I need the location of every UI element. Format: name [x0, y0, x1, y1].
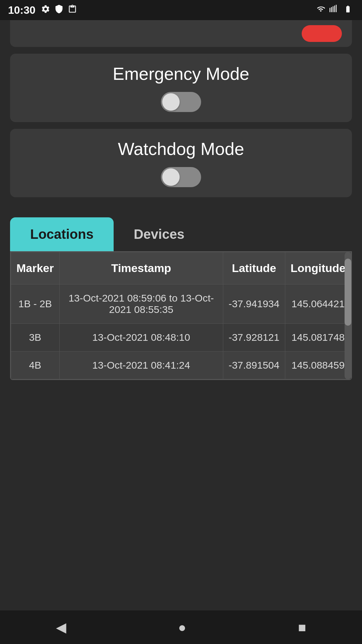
clipboard-icon — [68, 4, 77, 16]
recent-button[interactable]: ■ — [298, 620, 306, 635]
back-icon: ◀ — [56, 620, 66, 635]
emergency-mode-title: Emergency Mode — [113, 64, 249, 84]
cell-marker: 1B - 2B — [11, 284, 60, 324]
table-row: 3B13-Oct-2021 08:48:10-37.928121145.0817… — [11, 324, 351, 352]
watchdog-mode-toggle[interactable] — [161, 167, 201, 187]
status-icons — [41, 4, 77, 16]
cell-timestamp: 13-Oct-2021 08:59:06 to 13-Oct-2021 08:5… — [59, 284, 223, 324]
cell-latitude: -37.941934 — [223, 284, 285, 324]
watchdog-mode-toggle-container — [161, 167, 201, 187]
settings-icon — [41, 4, 50, 16]
red-pill-button[interactable] — [302, 25, 342, 42]
col-timestamp: Timestamp — [59, 252, 223, 284]
back-button[interactable]: ◀ — [56, 620, 66, 635]
cell-longitude: 145.064421 — [285, 284, 351, 324]
table-row: 1B - 2B13-Oct-2021 08:59:06 to 13-Oct-20… — [11, 284, 351, 324]
emergency-mode-toggle-container — [161, 92, 201, 112]
cell-timestamp: 13-Oct-2021 08:41:24 — [59, 352, 223, 379]
locations-table: Marker Timestamp Latitude Longitude 1B -… — [11, 252, 351, 379]
top-partial-card — [10, 20, 352, 47]
status-bar-right — [316, 4, 354, 16]
watchdog-mode-title: Watchdog Mode — [118, 139, 244, 159]
recent-icon: ■ — [298, 620, 306, 635]
battery-icon — [342, 5, 354, 15]
status-bar-left: 10:30 — [8, 4, 77, 16]
col-marker: Marker — [11, 252, 60, 284]
nav-bar: ◀ ● ■ — [0, 610, 362, 644]
status-time: 10:30 — [8, 4, 36, 16]
signal-icon — [329, 4, 339, 16]
emergency-mode-toggle[interactable] — [161, 92, 201, 112]
tab-devices[interactable]: Devices — [114, 217, 204, 251]
scrollbar-thumb[interactable] — [345, 259, 351, 326]
table-body: 1B - 2B13-Oct-2021 08:59:06 to 13-Oct-20… — [11, 284, 351, 379]
col-latitude: Latitude — [223, 252, 285, 284]
tab-locations[interactable]: Locations — [10, 217, 114, 251]
locations-table-container: Marker Timestamp Latitude Longitude 1B -… — [10, 251, 352, 380]
home-icon: ● — [178, 620, 186, 635]
tabs-header: Locations Devices — [10, 217, 352, 251]
col-longitude: Longitude — [285, 252, 351, 284]
wifi-icon — [316, 5, 326, 15]
emergency-mode-toggle-knob — [162, 93, 180, 111]
home-button[interactable]: ● — [178, 620, 186, 635]
tabs-section: Locations Devices Marker Timestamp Latit… — [10, 217, 352, 380]
watchdog-mode-toggle-knob — [162, 168, 180, 186]
table-header-row: Marker Timestamp Latitude Longitude — [11, 252, 351, 284]
cell-longitude: 145.081748 — [285, 324, 351, 352]
shield-icon — [54, 4, 64, 16]
table-scrollbar[interactable] — [345, 252, 351, 379]
cell-marker: 3B — [11, 324, 60, 352]
cell-marker: 4B — [11, 352, 60, 379]
cell-latitude: -37.891504 — [223, 352, 285, 379]
watchdog-mode-card: Watchdog Mode — [10, 129, 352, 197]
emergency-mode-card: Emergency Mode — [10, 54, 352, 122]
table-row: 4B13-Oct-2021 08:41:24-37.891504145.0884… — [11, 352, 351, 379]
cell-longitude: 145.088459 — [285, 352, 351, 379]
cell-timestamp: 13-Oct-2021 08:48:10 — [59, 324, 223, 352]
cell-latitude: -37.928121 — [223, 324, 285, 352]
status-bar: 10:30 — [0, 0, 362, 20]
